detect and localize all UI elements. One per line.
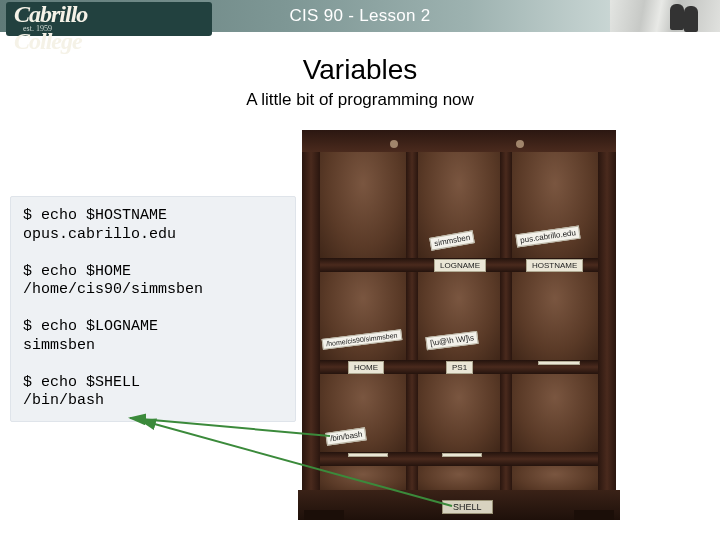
terminal-snippet: $ echo $HOSTNAME opus.cabrillo.edu $ ech… — [10, 196, 296, 422]
cubby-name-label — [538, 361, 580, 365]
shelf-base-label: SHELL — [442, 500, 493, 514]
college-logo: Cabrillo College est. 1959 — [6, 2, 212, 36]
cubby-name-label: LOGNAME — [434, 259, 486, 272]
cubby-name-label: PS1 — [446, 361, 473, 374]
logo-subtext: est. 1959 — [23, 24, 52, 33]
terminal-block: $ echo $SHELL /bin/bash — [23, 374, 283, 412]
cubby-name-label: HOSTNAME — [526, 259, 583, 272]
cubby-name-label: HOME — [348, 361, 384, 374]
slide-subtitle: A little bit of programming now — [0, 90, 720, 110]
terminal-block: $ echo $HOSTNAME opus.cabrillo.edu — [23, 207, 283, 245]
bookshelf-image: simmsben pus.cabrillo.edu /home/cis90/si… — [302, 130, 616, 520]
terminal-block: $ echo $LOGNAME simmsben — [23, 318, 283, 356]
cubby-name-label — [442, 453, 482, 457]
terminal-block: $ echo $HOME /home/cis90/simmsben — [23, 263, 283, 301]
cubby-name-label — [348, 453, 388, 457]
slide-title: Variables — [0, 54, 720, 86]
